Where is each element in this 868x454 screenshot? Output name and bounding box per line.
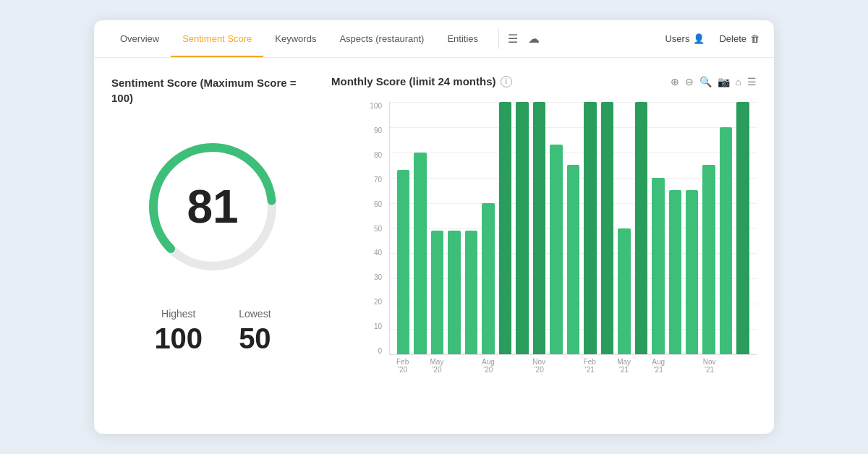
bar[interactable] xyxy=(550,145,562,354)
bar-group[interactable] xyxy=(635,102,647,354)
camera-icon[interactable]: 📷 xyxy=(718,76,730,87)
y-axis: 0102030405060708090100 xyxy=(360,102,382,377)
y-label: 50 xyxy=(360,225,382,233)
chart-canvas: 0102030405060708090100 Feb '20May '20Aug… xyxy=(360,102,757,377)
panel-title: Sentiment Score (Maximum Score = 100) xyxy=(111,75,314,106)
home-icon[interactable]: ⌂ xyxy=(736,76,741,87)
bar[interactable] xyxy=(397,170,409,354)
bar[interactable] xyxy=(465,231,477,354)
bar-group[interactable] xyxy=(652,102,664,354)
bar-group[interactable] xyxy=(702,102,715,354)
users-label: Users xyxy=(665,33,689,44)
bar-group[interactable] xyxy=(720,102,732,354)
bar-group[interactable] xyxy=(397,102,409,354)
bar-group[interactable] xyxy=(669,102,681,354)
y-label: 60 xyxy=(360,200,382,208)
users-button[interactable]: Users 👤 xyxy=(665,33,705,44)
bar-group[interactable] xyxy=(516,102,528,354)
bar-group[interactable] xyxy=(686,102,698,354)
bar[interactable] xyxy=(702,165,715,354)
tab-entities[interactable]: Entities xyxy=(435,22,490,57)
lowest-value: 50 xyxy=(239,322,271,355)
bar[interactable] xyxy=(482,203,494,354)
tab-aspects[interactable]: Aspects (restaurant) xyxy=(328,22,435,57)
y-label: 80 xyxy=(360,151,382,159)
stats-row: Highest 100 Lowest 50 xyxy=(154,308,271,355)
tab-keywords[interactable]: Keywords xyxy=(263,22,328,57)
x-label: Nov '21 xyxy=(703,358,716,374)
zoom-out-icon[interactable]: ⊖ xyxy=(685,76,694,87)
nav-actions: Users 👤 Delete 🗑 xyxy=(665,33,760,44)
x-label: Feb '21 xyxy=(584,358,596,374)
gauge-value: 81 xyxy=(187,180,238,234)
chart-area: 0102030405060708090100 Feb '20May '20Aug… xyxy=(331,95,757,416)
bar[interactable] xyxy=(669,190,681,354)
bar-group[interactable] xyxy=(567,102,579,354)
cloud-icon[interactable]: ☁ xyxy=(528,32,540,46)
bar-group[interactable] xyxy=(482,102,494,354)
left-panel: Sentiment Score (Maximum Score = 100) 81… xyxy=(111,75,314,416)
x-label: Feb '20 xyxy=(396,358,409,374)
highest-stat: Highest 100 xyxy=(154,308,203,355)
bar-group[interactable] xyxy=(465,102,477,354)
bar-group[interactable] xyxy=(736,102,749,354)
bar-group[interactable] xyxy=(414,102,426,354)
lowest-stat: Lowest 50 xyxy=(239,308,271,355)
list-icon[interactable]: ☰ xyxy=(508,32,518,46)
y-label: 0 xyxy=(360,347,382,355)
bar-group[interactable] xyxy=(431,102,443,354)
bar-group[interactable] xyxy=(584,102,596,354)
y-label: 70 xyxy=(360,176,382,184)
y-label: 40 xyxy=(360,249,382,257)
tab-sentiment-score[interactable]: Sentiment Score xyxy=(171,22,263,57)
bar[interactable] xyxy=(635,102,647,354)
y-label: 20 xyxy=(360,298,382,306)
users-icon: 👤 xyxy=(693,33,705,44)
x-label: Aug '21 xyxy=(652,358,665,374)
lowest-label: Lowest xyxy=(239,308,271,320)
zoom-in-icon[interactable]: ⊕ xyxy=(671,76,679,87)
y-label: 100 xyxy=(360,102,382,110)
bar-group[interactable] xyxy=(499,102,511,354)
y-label: 90 xyxy=(360,127,382,134)
menu-icon[interactable]: ☰ xyxy=(747,76,757,87)
highest-label: Highest xyxy=(161,308,195,320)
bar[interactable] xyxy=(448,231,460,354)
x-axis: Feb '20May '20Aug '20Nov '20Feb '21May '… xyxy=(389,355,757,377)
x-label: Nov '20 xyxy=(532,358,545,374)
highest-value: 100 xyxy=(154,322,203,355)
bar[interactable] xyxy=(736,102,749,354)
chart-controls: ⊕ ⊖ 🔍 📷 ⌂ ☰ xyxy=(671,76,757,87)
bar[interactable] xyxy=(414,153,426,354)
bar[interactable] xyxy=(652,178,664,354)
tab-overview[interactable]: Overview xyxy=(109,22,171,57)
bar[interactable] xyxy=(431,231,443,354)
nav-tabs: Overview Sentiment Score Keywords Aspect… xyxy=(109,22,665,56)
bar[interactable] xyxy=(533,102,545,354)
bar-group[interactable] xyxy=(601,102,613,354)
bars-container xyxy=(389,102,757,355)
bar[interactable] xyxy=(584,102,596,354)
bar-group[interactable] xyxy=(533,102,545,354)
bar[interactable] xyxy=(601,102,613,354)
bar[interactable] xyxy=(686,190,698,354)
bar-group[interactable] xyxy=(448,102,460,354)
bar[interactable] xyxy=(516,102,528,354)
bar[interactable] xyxy=(567,165,579,354)
bar[interactable] xyxy=(499,102,511,354)
gauge-wrapper: 81 xyxy=(140,134,285,279)
delete-button[interactable]: Delete 🗑 xyxy=(719,33,760,44)
bar[interactable] xyxy=(720,127,732,354)
main-content: Sentiment Score (Maximum Score = 100) 81… xyxy=(94,58,774,434)
x-label: May '20 xyxy=(430,358,444,374)
y-label: 30 xyxy=(360,273,382,281)
bar-group[interactable] xyxy=(618,102,630,354)
trash-icon: 🗑 xyxy=(750,33,760,44)
zoom-icon[interactable]: 🔍 xyxy=(699,76,712,87)
right-panel: Monthly Score (limit 24 months) i ⊕ ⊖ 🔍 … xyxy=(331,75,757,416)
bar[interactable] xyxy=(618,228,630,355)
nav-divider xyxy=(498,29,499,49)
bar-group[interactable] xyxy=(550,102,562,354)
x-label: May '21 xyxy=(617,358,631,374)
chart-info-icon[interactable]: i xyxy=(501,76,512,87)
